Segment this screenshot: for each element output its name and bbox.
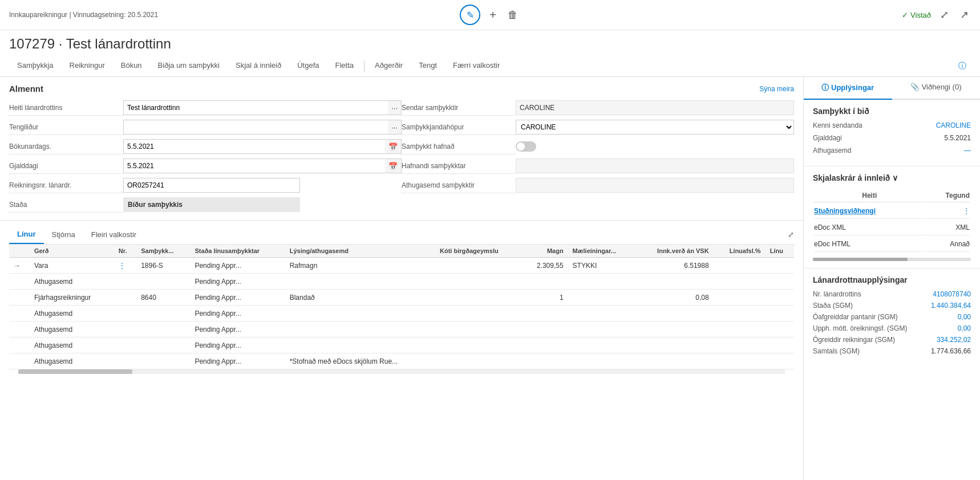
gjalddagi-calendar-icon[interactable]: 📅 <box>385 158 402 173</box>
heiti-label: Heiti lánardrottins <box>9 100 123 116</box>
fullscreen-button[interactable]: ⤢ <box>938 6 951 23</box>
hafnad-toggle[interactable] <box>516 141 536 152</box>
vendor-row: Samtals (SGM) 1.774.636,66 <box>813 347 971 355</box>
edit-button[interactable]: ✎ <box>460 5 480 25</box>
vendor-value[interactable]: 334.252,02 <box>937 336 971 344</box>
toggle-knob <box>517 143 525 150</box>
bokunardags-input[interactable] <box>123 139 385 154</box>
skjal-table-header: Heiti Tegund <box>814 189 970 202</box>
row-nr <box>136 306 190 322</box>
table-row[interactable]: Athugasemd Pending Appr... *Stofnað með … <box>9 353 794 369</box>
skjal-item-tegund: Annað <box>926 237 970 252</box>
tab-skjal[interactable]: Skjal á innleið <box>228 55 289 76</box>
table-row[interactable]: Athugasemd Pending Appr... <box>9 306 794 322</box>
tab-samþykkja[interactable]: Samþykkja <box>9 55 62 76</box>
reikningsnr-input[interactable] <box>123 178 300 193</box>
sendar-row: Sendar samþykktir CAROLINE <box>402 99 794 116</box>
tab-tengt[interactable]: Tengt <box>411 55 445 76</box>
lines-section: Línur Stjórna Fleiri valkostir ⤢ Gerð Nr… <box>0 225 803 374</box>
row-menu[interactable]: ⋮ <box>114 258 136 274</box>
panel-tab-vidhengi[interactable]: 📎 Viðhengi (0) <box>892 77 981 100</box>
add-button[interactable]: + <box>487 6 499 24</box>
row-nr <box>136 322 190 337</box>
skjal-row[interactable]: Stuðningsviðhengi ⋮ <box>814 204 970 219</box>
row-arrow <box>9 306 30 322</box>
skjal-item-menu[interactable]: ⋮ <box>926 204 970 219</box>
almennt-section: Almennt Sýna meira Heiti lánardrottins ·… <box>0 77 803 215</box>
row-magn <box>522 353 568 369</box>
row-afsl <box>714 258 766 274</box>
row-stada: Pending Appr... <box>190 337 285 353</box>
heiti-input-group: ··· <box>123 100 402 115</box>
lines-tab-fleiri[interactable]: Fleiri valkostir <box>83 226 144 243</box>
tengiliður-input-ellipsis[interactable]: ··· <box>388 120 402 135</box>
bottom-scrollbar[interactable] <box>18 369 785 374</box>
row-afsl <box>714 353 766 369</box>
row-linu <box>766 353 794 369</box>
samþykkt-hafnad-row: Samþykkt hafnað <box>402 138 794 155</box>
form-left-col: Heiti lánardrottins ··· Tengiliður <box>9 99 402 215</box>
kenni-value[interactable]: CAROLINE <box>936 121 971 129</box>
samþykk-hopur-select[interactable]: CAROLINE <box>516 120 794 135</box>
table-row[interactable]: Athugasemd Pending Appr... <box>9 337 794 353</box>
vendor-value[interactable]: 0,00 <box>958 324 971 332</box>
tab-faerri[interactable]: Færri valkostir <box>445 55 508 76</box>
heiti-input[interactable] <box>123 100 388 115</box>
lines-expand-icon[interactable]: ⤢ <box>788 230 794 239</box>
row-magn <box>522 274 568 290</box>
row-innk <box>635 322 714 337</box>
skjal-title[interactable]: Skjalaskrár á innleið ∨ <box>813 173 971 182</box>
delete-button[interactable]: 🗑 <box>505 7 520 23</box>
gjalddagi-input[interactable] <box>123 158 385 173</box>
tab-fletta[interactable]: Fletta <box>327 55 362 76</box>
heiti-input-ellipsis[interactable]: ··· <box>388 100 402 115</box>
calendar-icon[interactable]: 📅 <box>385 139 402 154</box>
col-arrow <box>9 245 30 258</box>
tab-bokun[interactable]: Bókun <box>113 55 150 76</box>
tab-adgerd[interactable]: Aðgerðir <box>367 55 411 76</box>
table-row[interactable]: Athugasemd Pending Appr... <box>9 274 794 290</box>
info-icon[interactable]: ⓘ <box>954 56 971 76</box>
row-koti <box>435 337 522 353</box>
skjal-item-tegund: XML <box>926 220 970 235</box>
row-nr <box>136 337 190 353</box>
samþykk-hopur-select-input[interactable]: CAROLINE <box>516 120 793 134</box>
show-more-link[interactable]: Sýna meira <box>759 85 794 93</box>
row-mæli <box>568 322 635 337</box>
form-grid: Heiti lánardrottins ··· Tengiliður <box>9 99 794 215</box>
samþykkt-bid-title: Samþykkt í bið <box>813 107 971 116</box>
top-bar-actions: ✎ + 🗑 <box>460 5 520 25</box>
vendor-value[interactable]: 4108078740 <box>933 290 971 298</box>
tab-bidja[interactable]: Biðja um samþykki <box>150 55 228 76</box>
row-mæli <box>568 353 635 369</box>
row-lysing <box>285 322 435 337</box>
row-menu <box>114 290 136 306</box>
skjal-section: Skjalaskrár á innleið ∨ Heiti Tegund Stu… <box>804 166 980 268</box>
sendar-label: Sendar samþykktir <box>402 100 516 116</box>
left-content: Almennt Sýna meira Heiti lánardrottins ·… <box>0 77 803 480</box>
table-row[interactable]: Athugasemd Pending Appr... <box>9 322 794 337</box>
lines-tab-linur[interactable]: Línur <box>9 225 44 244</box>
external-button[interactable]: ↗ <box>958 6 971 23</box>
skjal-scrollbar[interactable] <box>813 258 971 261</box>
skjal-row[interactable]: eDoc XML XML <box>814 220 970 235</box>
hafnandi-row: Hafnandi samþykktar <box>402 157 794 174</box>
lines-tab-stjorna[interactable]: Stjórna <box>44 226 83 243</box>
skjal-item-name[interactable]: Stuðningsviðhengi <box>814 204 925 219</box>
tab-reikningur[interactable]: Reikningur <box>62 55 113 76</box>
col-stada: Staða línusamþykktar <box>190 245 285 258</box>
table-row[interactable]: → Vara ⋮ 1896-S Pending Appr... Rafmagn … <box>9 258 794 274</box>
skjal-row[interactable]: eDoc HTML Annað <box>814 237 970 252</box>
panel-tab-upplysingar[interactable]: ⓘ Upplýsingar <box>804 77 892 100</box>
vendor-value[interactable]: 0,00 <box>958 313 971 321</box>
tengiliður-input[interactable] <box>123 120 388 135</box>
row-magn <box>522 337 568 353</box>
tengiliður-label: Tengiliður <box>9 119 123 135</box>
vendor-value[interactable]: 1.440.384,64 <box>931 302 971 310</box>
table-scroll: Gerð Nr. Samþykk... Staða línusamþykktar… <box>9 245 794 369</box>
tab-utgefa[interactable]: Útgefa <box>289 55 327 76</box>
table-row[interactable]: Fjárhagsreikningur 8640 Pending Appr... … <box>9 290 794 306</box>
row-arrow: → <box>9 258 30 274</box>
top-bar-right: ✓ Vistað ⤢ ↗ <box>520 6 971 23</box>
row-mæli <box>568 306 635 322</box>
